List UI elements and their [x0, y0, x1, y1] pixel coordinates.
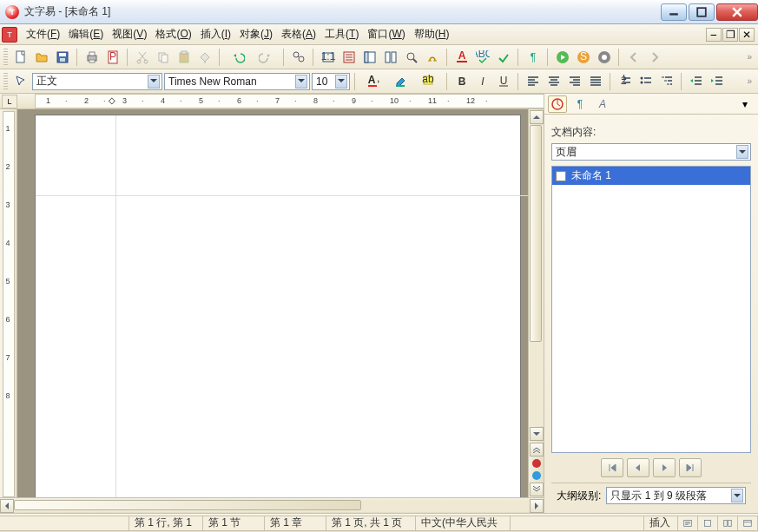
view-normal-button[interactable] [677, 516, 698, 531]
highlight-color-button[interactable] [388, 72, 414, 91]
nav-prev-button[interactable] [627, 458, 649, 477]
italic-button[interactable]: I [473, 72, 492, 91]
paste-button[interactable] [175, 48, 194, 67]
play-button[interactable] [553, 48, 572, 67]
export-pdf-button[interactable]: P [103, 48, 122, 67]
background-color-button[interactable]: ab [416, 72, 442, 91]
line-numbers-button[interactable] [339, 48, 359, 67]
format-paintbrush-button[interactable] [195, 48, 214, 67]
scroll-left-button[interactable] [0, 499, 14, 513]
tab-type-button[interactable]: L [2, 95, 17, 108]
toolbar-overflow-button[interactable]: » [744, 52, 755, 62]
styles-tab[interactable]: ¶ [570, 95, 590, 113]
character-map-button[interactable] [423, 48, 442, 67]
outline-list[interactable]: 未命名 1 [551, 166, 751, 453]
find-button[interactable] [289, 48, 308, 67]
align-right-button[interactable] [565, 72, 584, 91]
view-print-button[interactable] [717, 516, 738, 531]
mdi-restore-button[interactable]: ❐ [722, 28, 738, 42]
view-outline-button[interactable] [737, 516, 758, 531]
increase-indent-button[interactable] [708, 72, 727, 91]
status-language[interactable]: 中文(中华人民共 [415, 516, 511, 531]
outline-level-select[interactable]: 只显示 1 到 9 级段落 [606, 487, 746, 504]
toolbar-overflow-button[interactable]: » [744, 76, 755, 86]
menu-w[interactable]: 窗口(W) [364, 24, 408, 44]
bulleted-list-button[interactable] [636, 72, 656, 91]
list-item[interactable]: 未命名 1 [552, 167, 750, 185]
vertical-ruler[interactable]: 12345678 [0, 109, 17, 497]
status-insert-mode[interactable]: 插入 [643, 516, 678, 531]
vertical-scrollbar[interactable] [528, 109, 544, 497]
align-left-button[interactable] [524, 72, 543, 91]
zoom-button[interactable] [402, 48, 421, 67]
navigate-forward-button[interactable] [645, 48, 664, 67]
nav-last-button[interactable] [679, 458, 702, 477]
spellcheck-button[interactable]: ABC [473, 48, 492, 67]
align-center-button[interactable] [544, 72, 564, 91]
new-document-button[interactable] [11, 48, 30, 67]
document-canvas[interactable] [17, 109, 528, 497]
scroll-right-button[interactable] [530, 499, 544, 513]
section-select[interactable]: 页眉 [551, 143, 751, 161]
browse-target-button[interactable] [532, 471, 541, 480]
toolbar-grip[interactable] [3, 73, 8, 90]
navigator-tab[interactable] [548, 95, 567, 113]
next-page-button[interactable] [530, 483, 544, 496]
record-button[interactable] [595, 48, 614, 67]
scale-button[interactable]: 1:1 [319, 48, 338, 67]
save-button[interactable] [53, 48, 72, 67]
navigate-back-button[interactable] [624, 48, 643, 67]
minimize-button[interactable] [661, 3, 687, 21]
nav-first-button[interactable] [601, 458, 623, 477]
menu-v[interactable]: 视图(V) [109, 24, 150, 44]
copy-button[interactable] [154, 48, 173, 67]
font-color-button[interactable]: A [360, 72, 386, 91]
nav-next-button[interactable] [653, 458, 676, 477]
bold-button[interactable]: B [452, 72, 471, 91]
font-size-combo[interactable]: 10 [312, 73, 350, 90]
menu-t[interactable]: 工具(T) [321, 24, 362, 44]
cut-button[interactable] [133, 48, 152, 67]
mdi-close-button[interactable]: ✕ [739, 28, 755, 42]
maximize-button[interactable] [689, 3, 715, 21]
menu-i[interactable]: 插入(I) [197, 24, 234, 44]
show-formatting-button[interactable]: ¶ [524, 48, 543, 67]
underline-button[interactable]: U [494, 72, 513, 91]
open-button[interactable] [32, 48, 51, 67]
panel-menu-button[interactable]: ▾ [735, 95, 755, 113]
browse-object-button[interactable] [532, 459, 541, 468]
page[interactable] [35, 115, 521, 497]
multilevel-list-button[interactable] [657, 72, 676, 91]
view-web-button[interactable] [697, 516, 718, 531]
columns-button[interactable] [381, 48, 400, 67]
menu-o[interactable]: 格式(O) [152, 24, 194, 44]
menu-j[interactable]: 对象(J) [236, 24, 276, 44]
toolbar-grip[interactable] [3, 49, 8, 66]
decrease-indent-button[interactable] [687, 72, 706, 91]
menu-a[interactable]: 表格(A) [278, 24, 320, 44]
align-justify-button[interactable] [586, 72, 605, 91]
undo-button[interactable] [225, 48, 251, 67]
redo-button[interactable] [253, 48, 279, 67]
menu-f[interactable]: 文件(F) [23, 24, 63, 44]
prev-page-button[interactable] [530, 443, 544, 456]
menu-h[interactable]: 帮助(H) [411, 24, 453, 44]
scroll-down-button[interactable] [530, 427, 544, 441]
menu-e[interactable]: 编辑(E) [65, 24, 107, 44]
numbered-list-button[interactable]: 12 [616, 72, 635, 91]
horizontal-scrollbar[interactable] [0, 497, 544, 513]
autocorrect-button[interactable] [494, 48, 513, 67]
font-family-combo[interactable]: Times New Roman [164, 73, 310, 90]
print-button[interactable] [82, 48, 102, 67]
font-color-tool-button[interactable]: A [452, 48, 471, 67]
paragraph-style-combo[interactable]: 正文 [32, 73, 162, 90]
page-layout-button[interactable] [360, 48, 379, 67]
close-button[interactable] [716, 3, 758, 21]
mdi-minimize-button[interactable]: ‒ [706, 28, 722, 42]
gallery-tab[interactable]: A [593, 95, 612, 113]
scroll-up-button[interactable] [530, 110, 544, 124]
horizontal-ruler[interactable]: L ◇ 1·2·3·4·5·6·7·8·9·10·11·12· [0, 94, 544, 109]
checkbox-icon[interactable] [556, 171, 566, 181]
selection-tool-button[interactable] [11, 72, 30, 91]
sync-button[interactable]: S [574, 48, 593, 67]
